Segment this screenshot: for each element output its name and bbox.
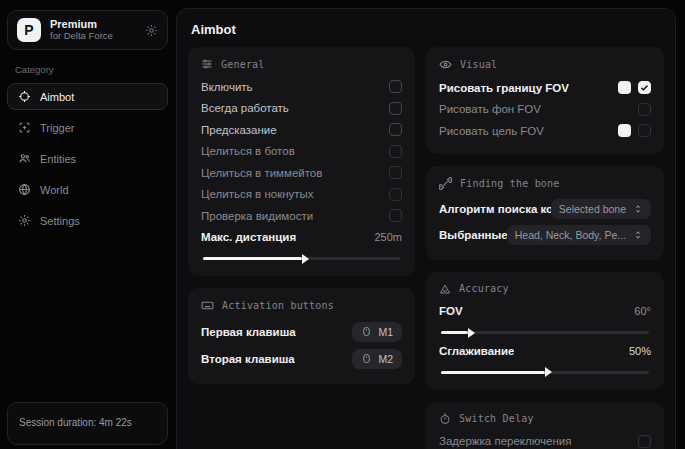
sidebar-item-aimbot[interactable]: Aimbot <box>7 83 168 110</box>
slider-row: FOV 60° <box>439 301 651 323</box>
sidebar-item-settings[interactable]: Settings <box>7 207 168 234</box>
color-swatch[interactable] <box>618 124 631 137</box>
dropdown-label: Алгоритм поиска кост <box>439 203 551 215</box>
checkbox[interactable] <box>389 209 402 222</box>
smoothing-slider[interactable] <box>441 371 649 374</box>
setting-row: Включить <box>201 76 402 98</box>
session-card: Session duration: 4m 22s <box>7 402 168 445</box>
accuracy-card: Accuracy FOV 60° Сглаживание 50% <box>426 272 664 390</box>
accuracy-header: Accuracy <box>439 283 651 295</box>
left-column: General Включить Всегда работать Предска… <box>188 47 415 449</box>
sidebar-nav: Aimbot Trigger Entities World Settings <box>7 83 168 234</box>
slider-row: Макс. дистанция 250m <box>201 227 402 249</box>
bone-algorithm-dropdown[interactable]: Selected bone <box>551 199 651 219</box>
keyboard-icon <box>201 299 214 312</box>
brand-card: P Premium for Delta Force <box>7 10 168 50</box>
keybind-label: Вторая клавиша <box>201 353 295 365</box>
checkbox[interactable] <box>638 124 651 137</box>
dropdown-row: Выбранные кос Head, Neck, Body, Pe... <box>439 222 651 248</box>
setting-row: Всегда работать <box>201 98 402 120</box>
mouse-icon <box>361 353 372 364</box>
keybind-button[interactable]: M1 <box>352 322 402 342</box>
brand-logo: P <box>17 18 41 42</box>
setting-row: Рисовать границу FOV <box>439 77 651 99</box>
category-label: Category <box>15 64 168 75</box>
timer-icon <box>439 413 451 425</box>
sliders-icon <box>201 58 213 70</box>
visual-header: Visual <box>439 58 651 71</box>
checkbox[interactable] <box>389 188 402 201</box>
slider-value: 250m <box>374 231 402 243</box>
main-panel: Aimbot General Включить Всегда работать … <box>176 8 676 449</box>
checkbox[interactable] <box>638 435 651 448</box>
page-title: Aimbot <box>177 9 675 47</box>
slider-label: Сглаживание <box>439 345 514 357</box>
bone-card: Finding the bone Алгоритм поиска кост Se… <box>426 166 664 260</box>
sidebar-item-label: World <box>40 184 69 196</box>
sidebar-item-entities[interactable]: Entities <box>7 145 168 172</box>
checkbox[interactable] <box>638 103 651 116</box>
switch-delay-card: Switch Delay Задержка переключения Задер… <box>426 402 664 449</box>
selected-bones-dropdown[interactable]: Head, Neck, Body, Pe... <box>507 225 651 245</box>
slider-row: Сглаживание 50% <box>439 340 651 362</box>
sidebar: P Premium for Delta Force Category Aimbo… <box>0 0 174 449</box>
slider-fill <box>441 371 545 374</box>
keybind-row: Первая клавиша M1 <box>201 318 402 345</box>
checkbox[interactable] <box>389 123 402 136</box>
bone-icon <box>439 177 452 190</box>
dropdown-value: Selected bone <box>559 203 626 215</box>
setting-label: Всегда работать <box>201 102 289 114</box>
setting-label: Целиться в ботов <box>201 145 295 157</box>
section-title: Finding the bone <box>460 178 560 189</box>
activation-card: Activation buttons Первая клавиша M1 Вто… <box>188 288 415 384</box>
keybind-label: Первая клавиша <box>201 326 296 338</box>
activation-header: Activation buttons <box>201 299 402 312</box>
setting-label: Целиться в нокнутых <box>201 188 314 200</box>
slider-value: 50% <box>629 345 651 357</box>
keybind-key: M2 <box>378 353 393 365</box>
setting-label: Целиться в тиммейтов <box>201 167 322 179</box>
brand-text: Premium for Delta Force <box>50 18 136 42</box>
checkbox-checked[interactable] <box>638 81 651 94</box>
settings-icon <box>18 214 31 227</box>
general-card: General Включить Всегда работать Предска… <box>188 47 415 276</box>
setting-row: Рисовать цель FOV <box>439 120 651 142</box>
sidebar-item-label: Settings <box>40 215 80 227</box>
section-title: Activation buttons <box>222 300 334 311</box>
checkbox[interactable] <box>389 80 402 93</box>
fov-slider[interactable] <box>441 331 649 334</box>
gear-icon[interactable] <box>145 24 158 37</box>
setting-label: Рисовать фон FOV <box>439 103 541 115</box>
setting-label: Проверка видимости <box>201 210 313 222</box>
setting-label: Рисовать цель FOV <box>439 125 544 137</box>
switch-delay-header: Switch Delay <box>439 413 651 425</box>
bone-header: Finding the bone <box>439 177 651 190</box>
section-title: Accuracy <box>459 283 509 294</box>
checkbox[interactable] <box>389 145 402 158</box>
color-swatch[interactable] <box>618 81 631 94</box>
brand-subtitle: for Delta Force <box>50 31 136 42</box>
keybind-button[interactable]: M2 <box>352 349 402 369</box>
max-distance-slider[interactable] <box>203 257 400 260</box>
visual-card: Visual Рисовать границу FOV Рисовать фон… <box>426 47 664 154</box>
dropdown-row: Алгоритм поиска кост Selected bone <box>439 196 651 222</box>
sidebar-item-label: Aimbot <box>40 91 74 103</box>
slider-value: 60° <box>634 305 651 317</box>
sidebar-item-label: Trigger <box>40 122 74 134</box>
slider-label: Макс. дистанция <box>201 231 296 243</box>
section-title: Switch Delay <box>459 413 534 424</box>
setting-row: Целиться в нокнутых <box>201 184 402 206</box>
checkbox[interactable] <box>389 166 402 179</box>
brand-title: Premium <box>50 18 136 31</box>
section-title: General <box>221 59 265 70</box>
slider-label: FOV <box>439 305 463 317</box>
setting-label: Предсказание <box>201 124 277 136</box>
checkbox[interactable] <box>389 102 402 115</box>
sidebar-item-trigger[interactable]: Trigger <box>7 114 168 141</box>
sidebar-item-world[interactable]: World <box>7 176 168 203</box>
setting-row: Рисовать фон FOV <box>439 99 651 121</box>
trigger-icon <box>18 121 31 134</box>
crosshair-icon <box>18 90 31 103</box>
setting-row: Предсказание <box>201 119 402 141</box>
dropdown-value: Head, Neck, Body, Pe... <box>515 229 626 241</box>
